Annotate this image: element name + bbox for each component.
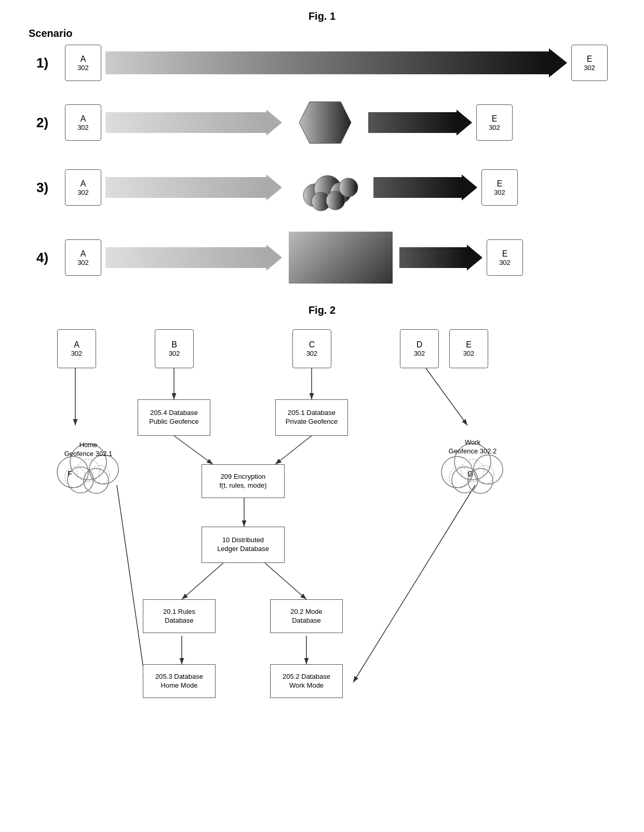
node-A-3: A 302 <box>65 169 101 206</box>
fig2-node-C: C 302 <box>292 329 331 368</box>
svg-line-14 <box>275 436 312 464</box>
svg-marker-0 <box>299 102 351 143</box>
scenario-row-4: 4) A 302 E 302 <box>36 226 608 289</box>
work-geofence-cloud: Work Geofence 302.2 G <box>431 423 514 501</box>
box-rules-db: 20.1 Rules Database <box>143 599 216 633</box>
scenario-row-3: 3) A 302 <box>36 159 608 216</box>
fig2-arrows-svg <box>36 324 608 714</box>
home-geofence-label: Home Geofence 302.1 <box>64 441 113 458</box>
scenario-num-2: 2) <box>36 115 65 131</box>
scenario-num-4: 4) <box>36 250 65 266</box>
svg-line-16 <box>182 563 223 599</box>
scenario-row-1: 1) A 302 E 302 <box>36 39 608 86</box>
s3-cloud <box>289 164 367 211</box>
fig2-node-A: A 302 <box>57 329 96 368</box>
s2-arrow-light <box>105 109 282 137</box>
node-E-3: E 302 <box>481 169 518 206</box>
s4-rect <box>289 232 393 284</box>
work-geofence-G: G <box>467 469 473 478</box>
svg-line-20 <box>117 485 145 682</box>
box-db-private-geofence: 205.1 Database Private Geofence <box>275 399 348 436</box>
work-geofence-label: Work Geofence 302.2 <box>449 438 497 455</box>
fig2-node-E: E 302 <box>449 329 488 368</box>
fig1-container: 1) A 302 E 302 2) A 302 <box>36 39 608 289</box>
scenario-label: Scenario <box>29 28 644 39</box>
node-E-2: E 302 <box>476 104 513 141</box>
fig2-node-D: D 302 <box>400 329 439 368</box>
box-distributed-ledger: 10 Distributed Ledger Database <box>202 527 285 563</box>
s3-arrow-dark <box>373 173 477 202</box>
scenario-num-1: 1) <box>36 55 65 71</box>
node-A-4: A 302 <box>65 239 101 276</box>
svg-line-12 <box>426 368 467 425</box>
box-work-mode: 205.2 Database Work Mode <box>270 664 343 698</box>
node-A-1: A 302 <box>65 45 101 81</box>
s2-arrow-dark <box>368 109 472 137</box>
s4-arrow-light <box>105 244 282 272</box>
s4-arrow-dark <box>399 244 482 272</box>
fig2-container: A 302 B 302 C 302 D 302 E 302 205.4 Data… <box>36 324 608 714</box>
scenario-num-3: 3) <box>36 180 65 196</box>
fig2-title: Fig. 2 <box>0 304 644 316</box>
fig2-node-B: B 302 <box>155 329 194 368</box>
box-encryption: 209 Encryption f(t, rules, mode) <box>202 464 285 498</box>
box-home-mode: 205.3 Database Home Mode <box>143 664 216 698</box>
s3-arrow-light <box>105 173 282 202</box>
node-E-1: E 302 <box>571 45 608 81</box>
home-geofence-F: F <box>68 469 72 478</box>
svg-point-26 <box>84 468 109 493</box>
svg-line-17 <box>265 563 306 599</box>
box-mode-db: 20.2 Mode Database <box>270 599 343 633</box>
fig1-title: Fig. 1 <box>0 10 644 22</box>
svg-line-21 <box>353 485 475 682</box>
node-E-4: E 302 <box>487 239 523 276</box>
scenario-row-2: 2) A 302 E <box>36 97 608 149</box>
s1-arrow <box>105 49 567 77</box>
svg-line-13 <box>174 436 213 464</box>
s2-hex <box>289 99 361 146</box>
home-geofence-cloud: Home Geofence 302.1 F <box>47 423 130 501</box>
box-db-public-geofence: 205.4 Database Public Geofence <box>138 399 210 436</box>
svg-point-6 <box>339 178 358 197</box>
node-A-2: A 302 <box>65 104 101 141</box>
